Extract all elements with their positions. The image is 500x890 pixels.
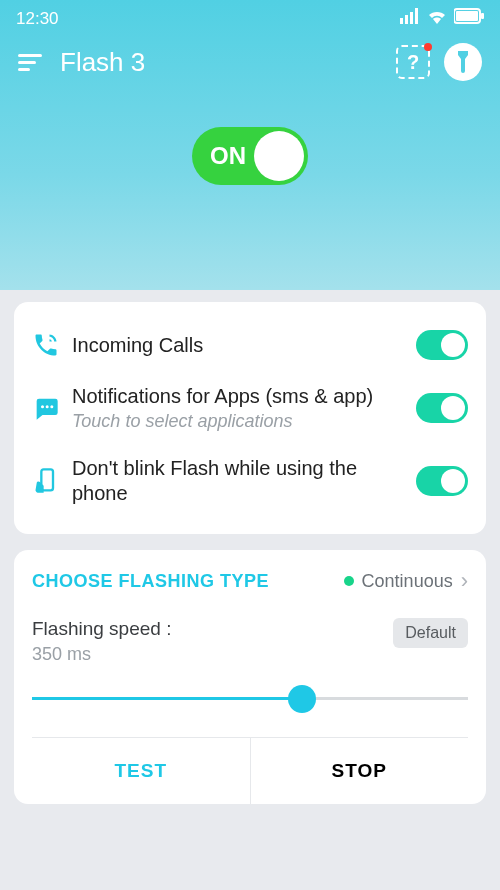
flashlight-button[interactable] [444,43,482,81]
menu-icon[interactable] [18,54,42,71]
svg-rect-5 [456,11,478,21]
speed-value: 350 ms [32,644,171,665]
slider-fill [32,697,302,700]
svg-rect-3 [415,8,418,24]
phone-ring-icon [32,331,72,359]
status-bar: 12:30 [0,0,500,33]
stop-button[interactable]: STOP [251,738,469,804]
app-header: 12:30 Flash 3 ? ON [0,0,500,290]
question-icon: ? [407,51,419,74]
status-dot-icon [344,576,354,586]
app-title: Flash 3 [60,47,396,78]
chat-icon [32,394,72,422]
battery-icon [454,8,484,29]
svg-point-9 [50,405,53,408]
svg-rect-1 [405,15,408,24]
help-button[interactable]: ? [396,45,430,79]
option-notifications[interactable]: Notifications for Apps (sms & app) Touch… [32,372,468,444]
default-button[interactable]: Default [393,618,468,648]
svg-rect-6 [481,13,484,19]
action-buttons: TEST STOP [32,737,468,804]
options-card: Incoming Calls Notifications for Apps (s… [14,302,486,534]
flashing-type-row[interactable]: CHOOSE FLASHING TYPE Continuous › [32,568,468,614]
option-label: Don't blink Flash while using the phone [72,456,406,506]
flashlight-icon [454,51,472,73]
toggle-incoming-calls[interactable] [416,330,468,360]
toggle-dont-blink[interactable] [416,466,468,496]
svg-point-8 [46,405,49,408]
content: Incoming Calls Notifications for Apps (s… [0,290,500,804]
slider-thumb[interactable] [288,685,316,713]
master-toggle-label: ON [210,142,246,170]
master-toggle[interactable]: ON [192,127,308,185]
status-time: 12:30 [16,9,59,29]
flashing-type-value: Continuous [362,571,453,592]
svg-point-7 [41,405,44,408]
flashing-type-label: CHOOSE FLASHING TYPE [32,571,269,592]
phone-hand-icon [32,467,72,495]
chevron-right-icon: › [461,568,468,594]
svg-rect-2 [410,12,413,24]
speed-label: Flashing speed : [32,618,171,640]
toggle-notifications[interactable] [416,393,468,423]
test-button[interactable]: TEST [32,738,251,804]
svg-rect-0 [400,18,403,24]
option-incoming-calls[interactable]: Incoming Calls [32,318,468,372]
toggle-knob [254,131,304,181]
status-indicators [400,8,484,29]
option-label: Incoming Calls [72,333,406,358]
flashing-card: CHOOSE FLASHING TYPE Continuous › Flashi… [14,550,486,804]
wifi-icon [426,8,448,29]
speed-slider[interactable] [32,679,468,719]
app-bar: Flash 3 ? [0,33,500,91]
signal-icon [400,8,420,29]
speed-row: Flashing speed : 350 ms Default [32,618,468,665]
option-subtitle: Touch to select applications [72,411,406,432]
option-dont-blink[interactable]: Don't blink Flash while using the phone [32,444,468,518]
option-label: Notifications for Apps (sms & app) [72,384,406,409]
